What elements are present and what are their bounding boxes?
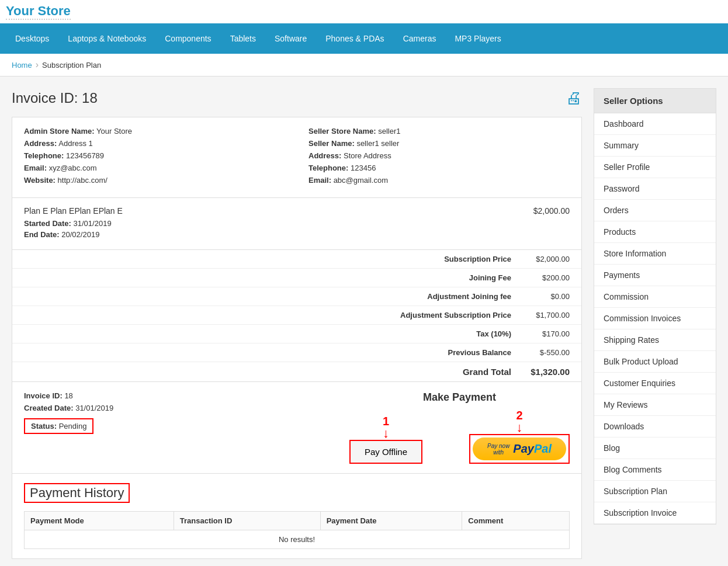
- started-label: Started Date:: [24, 219, 71, 228]
- summary-row: Previous Balance$-550.00: [12, 343, 581, 362]
- payment-section: Make Payment 1 ↓ Pay Offline 2 ↓: [349, 391, 570, 464]
- summary-value: $2,000.00: [523, 255, 570, 263]
- started-date: 31/01/2019: [74, 219, 112, 228]
- ph-empty-message: No results!: [25, 530, 570, 549]
- summary-label: Adjustment Subscription Price: [371, 311, 511, 320]
- sidebar-item-my-reviews[interactable]: My Reviews: [594, 394, 716, 416]
- admin-store-label: Admin Store Name:: [24, 127, 95, 136]
- sidebar-item-downloads[interactable]: Downloads: [594, 416, 716, 437]
- nav-item-phones--pdas[interactable]: Phones & PDAs: [316, 23, 393, 54]
- sidebar-item-subscription-invoice[interactable]: Subscription Invoice: [594, 502, 716, 524]
- sidebar-item-store-information[interactable]: Store Information: [594, 243, 716, 265]
- summary-label: Subscription Price: [371, 255, 511, 263]
- summary-table: Subscription Price$2,000.00Joining Fee$2…: [12, 250, 581, 382]
- admin-store-name: Your Store: [96, 127, 132, 136]
- sidebar-item-blog-comments[interactable]: Blog Comments: [594, 459, 716, 481]
- annot-num-1: 1: [383, 415, 389, 427]
- sidebar-item-customer-enquiries[interactable]: Customer Enquiries: [594, 373, 716, 394]
- invoice-card: Admin Store Name: Your Store Address: Ad…: [12, 117, 582, 559]
- ph-column-header: Payment Mode: [25, 512, 174, 530]
- summary-row: Joining Fee$200.00: [12, 269, 581, 287]
- admin-website-label: Website:: [24, 176, 56, 185]
- seller-name: seller1 seller: [356, 139, 399, 148]
- summary-value: $170.00: [523, 329, 570, 338]
- pay-offline-button[interactable]: Pay Offline: [349, 440, 422, 464]
- nav-item-software[interactable]: Software: [265, 23, 316, 54]
- status-label: Status:: [31, 422, 57, 430]
- nav-item-laptops--notebooks[interactable]: Laptops & Notebooks: [58, 23, 155, 54]
- plan-section: Plan E Plan EPlan EPlan E $2,000.00 Star…: [12, 198, 581, 250]
- summary-label: Tax (10%): [371, 329, 511, 338]
- payment-heading: Make Payment: [349, 391, 570, 404]
- admin-website: http://abc.com/: [58, 176, 108, 185]
- payment-history-section: Payment History Payment ModeTransaction …: [12, 474, 581, 558]
- paypal-button[interactable]: Pay nowwith PayPal: [469, 434, 570, 464]
- nav-item-mp3-players[interactable]: MP3 Players: [445, 23, 510, 54]
- seller-email: abc@gmail.com: [334, 176, 388, 185]
- sidebar-box: Seller Options DashboardSummarySeller Pr…: [594, 88, 716, 525]
- summary-row: Adjustment Subscription Price$1,700.00: [12, 306, 581, 325]
- footer-invoice-id: 18: [64, 391, 72, 400]
- paypal-pay-text: Pay nowwith: [487, 443, 509, 456]
- paypal-annotation: 2 ↓ Pay nowwith PayPal: [469, 409, 570, 464]
- summary-row: Adjustment Joining fee$0.00: [12, 287, 581, 306]
- invoice-title: Invoice ID: 18: [12, 90, 98, 106]
- summary-value: $1,700.00: [523, 311, 570, 320]
- summary-label: Previous Balance: [371, 348, 511, 357]
- status-badge: Status: Pending: [24, 418, 93, 434]
- footer-created-label: Created Date:: [24, 404, 74, 412]
- admin-email: xyz@abc.com: [49, 164, 97, 172]
- sidebar-item-shipping-rates[interactable]: Shipping Rates: [594, 329, 716, 351]
- admin-telephone: 123456789: [66, 151, 104, 160]
- annot-num-2: 2: [516, 409, 522, 421]
- breadcrumb-current: Subscription Plan: [42, 61, 101, 70]
- sidebar-item-commission[interactable]: Commission: [594, 286, 716, 308]
- nav-item-components[interactable]: Components: [155, 23, 220, 54]
- sidebar-item-blog[interactable]: Blog: [594, 437, 716, 459]
- summary-row: Subscription Price$2,000.00: [12, 250, 581, 269]
- nav-item-desktops[interactable]: Desktops: [6, 23, 58, 54]
- summary-label: Adjustment Joining fee: [371, 292, 511, 301]
- seller-address: Store Address: [344, 151, 391, 160]
- plan-price: $2,000.00: [533, 206, 570, 216]
- seller-name-label: Seller Name:: [308, 139, 355, 148]
- annot-arrow-1: ↓: [383, 427, 389, 440]
- payment-history-title: Payment History: [24, 483, 130, 503]
- sidebar-item-payments[interactable]: Payments: [594, 265, 716, 286]
- payment-history-table: Payment ModeTransaction IDPayment DateCo…: [24, 511, 570, 549]
- print-icon[interactable]: 🖨: [566, 88, 582, 107]
- status-value: Pending: [59, 422, 87, 430]
- admin-address: Address 1: [58, 139, 93, 148]
- breadcrumb-home[interactable]: Home: [12, 61, 32, 70]
- content-area: Invoice ID: 18 🖨 Admin Store Name: Your …: [12, 88, 582, 559]
- nav-item-cameras[interactable]: Cameras: [394, 23, 446, 54]
- invoice-meta: Invoice ID: 18 Created Date: 31/01/2019 …: [24, 391, 113, 434]
- sidebar-item-commission-invoices[interactable]: Commission Invoices: [594, 308, 716, 329]
- sidebar-item-subscription-plan[interactable]: Subscription Plan: [594, 481, 716, 502]
- sidebar-item-dashboard[interactable]: Dashboard: [594, 113, 716, 135]
- summary-label: Grand Total: [371, 367, 511, 377]
- end-label: End Date:: [24, 230, 60, 239]
- breadcrumb-separator: ›: [36, 60, 39, 70]
- nav-item-tablets[interactable]: Tablets: [221, 23, 265, 54]
- invoice-footer: Invoice ID: 18 Created Date: 31/01/2019 …: [12, 382, 581, 474]
- paypal-logo: Pay nowwith PayPal: [473, 437, 566, 460]
- seller-telephone: 123456: [351, 164, 376, 172]
- sidebar-item-products[interactable]: Products: [594, 221, 716, 243]
- sidebar-item-bulk-product-upload[interactable]: Bulk Product Upload: [594, 351, 716, 373]
- summary-row: Grand Total$1,320.00: [12, 362, 581, 381]
- summary-value: $1,320.00: [523, 367, 570, 377]
- summary-row: Tax (10%)$170.00: [12, 325, 581, 343]
- admin-info: Admin Store Name: Your Store Address: Ad…: [24, 127, 285, 188]
- sidebar-item-summary[interactable]: Summary: [594, 135, 716, 157]
- sidebar-item-orders[interactable]: Orders: [594, 200, 716, 221]
- breadcrumb: Home › Subscription Plan: [0, 54, 728, 77]
- seller-store-label: Seller Store Name:: [308, 127, 376, 136]
- sidebar-item-seller-profile[interactable]: Seller Profile: [594, 157, 716, 178]
- sidebar-item-password[interactable]: Password: [594, 178, 716, 200]
- annot-arrow-2: ↓: [516, 421, 523, 434]
- footer-created-date: 31/01/2019: [75, 404, 113, 412]
- paypal-brand-text: PayPal: [513, 442, 552, 456]
- summary-label: Joining Fee: [371, 273, 511, 282]
- admin-address-label: Address:: [24, 139, 57, 148]
